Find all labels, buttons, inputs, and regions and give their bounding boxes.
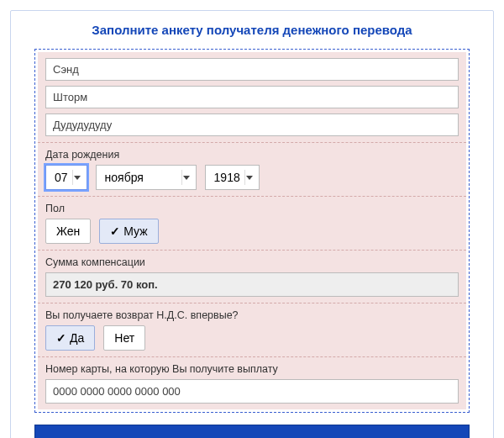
gender-section: Пол Жен ✓ Муж [38, 197, 466, 251]
card-section: Номер карты, на которую Вы получите выпл… [38, 357, 466, 409]
submit-button[interactable]: Сохранить и отправить анкету юристу [34, 425, 470, 438]
page-title: Заполните анкету получателя денежного пе… [34, 23, 470, 37]
dob-label: Дата рождения [45, 149, 459, 161]
first-name-input[interactable] [45, 86, 459, 108]
gender-female-label: Жен [56, 224, 80, 238]
compensation-label: Сумма компенсации [45, 256, 459, 268]
first-time-section: Вы получаете возврат Н.Д.С. впервые? ✓ Д… [38, 303, 466, 357]
first-time-yes-label: Да [70, 331, 84, 345]
dob-day-select[interactable]: 07 [45, 165, 87, 190]
first-time-no-label: Нет [114, 331, 134, 345]
check-icon: ✓ [110, 224, 120, 238]
name-section [38, 52, 466, 143]
form-body: Дата рождения 07 ноября 1918 [38, 52, 466, 409]
gender-female-button[interactable]: Жен [45, 219, 91, 244]
patronymic-input[interactable] [45, 113, 459, 136]
last-name-input[interactable] [45, 58, 459, 81]
first-time-yes-button[interactable]: ✓ Да [45, 325, 95, 351]
check-icon: ✓ [56, 331, 66, 345]
gender-male-label: Муж [123, 224, 147, 238]
form-outline: Дата рождения 07 ноября 1918 [34, 49, 470, 413]
gender-label: Пол [45, 203, 459, 214]
dob-year-select[interactable]: 1918 [205, 165, 260, 190]
dob-month-value: ноября [105, 171, 144, 184]
first-time-no-button[interactable]: Нет [103, 325, 145, 351]
compensation-value: 270 120 руб. 70 коп. [45, 272, 459, 297]
dob-year-value: 1918 [214, 171, 240, 184]
dob-month-select[interactable]: ноября [96, 165, 197, 190]
dob-day-value: 07 [55, 171, 68, 184]
card-label: Номер карты, на которую Вы получите выпл… [45, 363, 459, 375]
card-number-input[interactable] [45, 379, 459, 404]
compensation-section: Сумма компенсации 270 120 руб. 70 коп. [38, 251, 466, 303]
form-panel: Заполните анкету получателя денежного пе… [10, 10, 494, 438]
dob-section: Дата рождения 07 ноября 1918 [38, 143, 466, 197]
gender-male-button[interactable]: ✓ Муж [99, 219, 158, 244]
first-time-label: Вы получаете возврат Н.Д.С. впервые? [45, 309, 459, 321]
